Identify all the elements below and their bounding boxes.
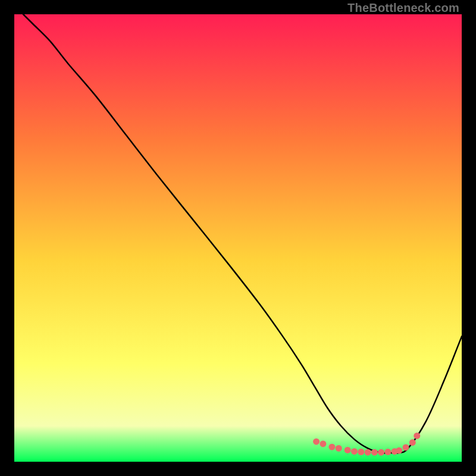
highlight-dot — [336, 445, 342, 452]
highlight-dot — [396, 447, 402, 454]
highlight-dot — [313, 439, 320, 445]
highlight-dot — [358, 449, 364, 455]
highlight-dot — [378, 449, 384, 456]
highlight-dot — [414, 433, 420, 439]
highlight-dot — [409, 439, 416, 446]
bottleneck-chart — [14, 14, 462, 462]
chart-frame — [14, 14, 462, 462]
highlight-dot — [320, 440, 326, 447]
gradient-background — [14, 14, 462, 462]
highlight-dot — [328, 444, 335, 450]
highlight-dot — [384, 449, 391, 455]
watermark-text: TheBottleneck.com — [347, 1, 459, 15]
highlight-dot — [403, 444, 409, 450]
highlight-dot — [371, 449, 378, 456]
highlight-dot — [365, 449, 371, 456]
highlight-dot — [345, 447, 351, 453]
highlight-dot — [351, 448, 358, 455]
